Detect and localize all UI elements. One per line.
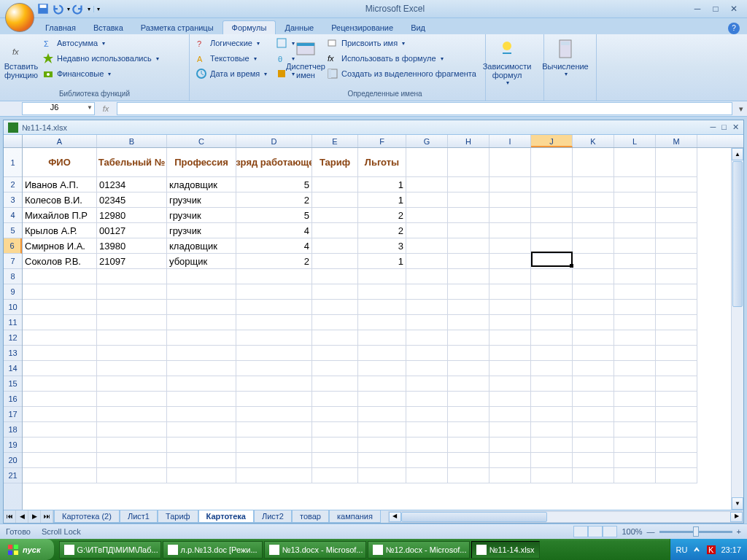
col-header-I[interactable]: I [489, 135, 531, 147]
row-header-13[interactable]: 13 [4, 346, 22, 361]
qat-save-button[interactable] [36, 2, 50, 15]
cell-A1[interactable]: ФИО [23, 148, 97, 177]
select-all-corner[interactable] [4, 135, 23, 147]
cell-A19[interactable] [23, 438, 97, 453]
cell-M3[interactable] [656, 192, 697, 208]
cell-H19[interactable] [448, 438, 489, 453]
cell-J14[interactable] [531, 361, 573, 376]
name-box[interactable]: J6 ▼ [22, 102, 95, 115]
cell-H5[interactable] [448, 223, 489, 238]
sheet-tab-5[interactable]: товар [292, 510, 329, 523]
cell-L19[interactable] [614, 438, 656, 453]
cell-K21[interactable] [573, 468, 614, 483]
scroll-up-button[interactable]: ▲ [732, 148, 743, 160]
qat-redo-dropdown[interactable]: ▾ [88, 6, 90, 12]
cell-H4[interactable] [448, 208, 489, 223]
sheet-tab-1[interactable]: Лист1 [120, 510, 158, 523]
sheet-nav-next[interactable]: ▶ [28, 510, 41, 523]
cell-G3[interactable] [406, 192, 448, 208]
cell-M8[interactable] [656, 269, 697, 284]
cell-M4[interactable] [656, 208, 697, 223]
row-header-17[interactable]: 17 [4, 407, 22, 422]
fx-label[interactable]: fx [95, 104, 117, 113]
row-header-11[interactable]: 11 [4, 315, 22, 330]
col-header-H[interactable]: H [448, 135, 489, 147]
sheet-tab-6[interactable]: кампания [329, 510, 381, 523]
row-header-7[interactable]: 7 [4, 254, 22, 269]
cell-L6[interactable] [614, 238, 656, 254]
cell-J18[interactable] [531, 422, 573, 438]
cell-H11[interactable] [448, 315, 489, 330]
cell-K20[interactable] [573, 453, 614, 468]
cell-B15[interactable] [97, 376, 167, 392]
cell-I1[interactable] [489, 148, 531, 177]
cell-B3[interactable]: 02345 [97, 192, 167, 208]
cell-B19[interactable] [97, 438, 167, 453]
cell-M12[interactable] [656, 330, 697, 346]
col-header-C[interactable]: C [167, 135, 236, 147]
col-header-J[interactable]: J [531, 135, 573, 147]
cell-F7[interactable]: 1 [358, 254, 406, 269]
cell-J19[interactable] [531, 438, 573, 453]
col-header-E[interactable]: E [312, 135, 358, 147]
cell-H21[interactable] [448, 468, 489, 483]
cell-G21[interactable] [406, 468, 448, 483]
row-header-4[interactable]: 4 [4, 208, 22, 223]
cell-F10[interactable] [358, 300, 406, 315]
cell-G15[interactable] [406, 376, 448, 392]
row-header-12[interactable]: 12 [4, 330, 22, 346]
cell-L11[interactable] [614, 315, 656, 330]
cell-C2[interactable]: кладовщик [167, 177, 236, 192]
cell-D14[interactable] [236, 361, 312, 376]
cell-D12[interactable] [236, 330, 312, 346]
cell-M17[interactable] [656, 407, 697, 422]
cell-H8[interactable] [448, 269, 489, 284]
cell-J17[interactable] [531, 407, 573, 422]
tab-view[interactable]: Вид [402, 21, 434, 34]
cell-J20[interactable] [531, 453, 573, 468]
view-layout-button[interactable] [588, 526, 603, 537]
cell-E20[interactable] [312, 453, 358, 468]
trace-button[interactable]: Зависимости формул▾ [489, 36, 525, 88]
cell-E5[interactable] [312, 223, 358, 238]
cell-L7[interactable] [614, 254, 656, 269]
financial-button[interactable]: Финансовые▾ [39, 66, 162, 81]
cell-M15[interactable] [656, 376, 697, 392]
cell-F13[interactable] [358, 346, 406, 361]
datetime-button[interactable]: Дата и время▾ [193, 66, 270, 81]
cell-D21[interactable] [236, 468, 312, 483]
row-header-19[interactable]: 19 [4, 438, 22, 453]
cell-D15[interactable] [236, 376, 312, 392]
cell-I15[interactable] [489, 376, 531, 392]
cell-D10[interactable] [236, 300, 312, 315]
cell-I17[interactable] [489, 407, 531, 422]
cell-E2[interactable] [312, 177, 358, 192]
row-header-18[interactable]: 18 [4, 422, 22, 438]
sheet-tab-0[interactable]: Картотека (2) [54, 510, 120, 523]
cell-M7[interactable] [656, 254, 697, 269]
cell-E6[interactable] [312, 238, 358, 254]
cell-J8[interactable] [531, 269, 573, 284]
cell-H13[interactable] [448, 346, 489, 361]
cell-H12[interactable] [448, 330, 489, 346]
cell-H1[interactable] [448, 148, 489, 177]
col-header-L[interactable]: L [614, 135, 656, 147]
cell-G16[interactable] [406, 392, 448, 407]
cell-G1[interactable] [406, 148, 448, 177]
cell-E11[interactable] [312, 315, 358, 330]
cell-A3[interactable]: Колесов В.И. [23, 192, 97, 208]
horizontal-scrollbar[interactable]: ◀ ▶ [388, 511, 743, 523]
cell-A10[interactable] [23, 300, 97, 315]
cell-C3[interactable]: грузчик [167, 192, 236, 208]
cell-B5[interactable]: 00127 [97, 223, 167, 238]
cell-M11[interactable] [656, 315, 697, 330]
cell-K9[interactable] [573, 284, 614, 300]
cell-M19[interactable] [656, 438, 697, 453]
row-header-2[interactable]: 2 [4, 177, 22, 192]
cell-E7[interactable] [312, 254, 358, 269]
cell-K12[interactable] [573, 330, 614, 346]
cell-G17[interactable] [406, 407, 448, 422]
cell-K4[interactable] [573, 208, 614, 223]
cell-I11[interactable] [489, 315, 531, 330]
cell-L15[interactable] [614, 376, 656, 392]
